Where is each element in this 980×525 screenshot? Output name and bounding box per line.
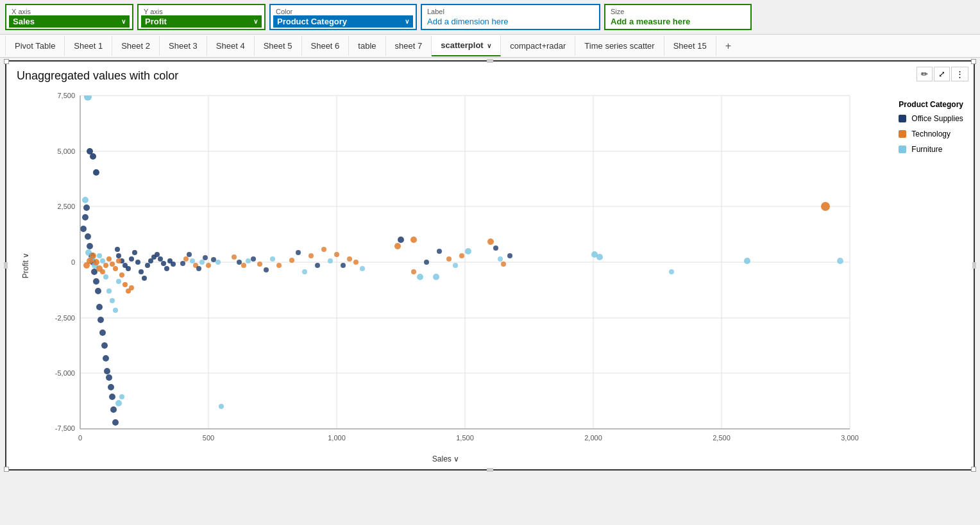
color-chevron-icon: ∨ [405,18,409,25]
edit-button[interactable]: ✏ [917,67,933,81]
tab-sheet2[interactable]: Sheet 2 [112,36,160,56]
svg-point-105 [190,258,195,263]
svg-text:500: 500 [203,434,214,442]
resize-handle-tl[interactable] [4,59,9,64]
svg-point-81 [110,298,115,303]
svg-point-119 [257,262,262,267]
svg-point-65 [161,261,166,266]
svg-point-82 [113,308,118,313]
svg-text:1,500: 1,500 [456,434,474,442]
svg-point-108 [199,260,205,265]
xaxis-chevron-icon: ∨ [121,18,126,25]
tab-pivot-table[interactable]: Pivot Table [5,36,65,56]
svg-point-145 [493,246,498,251]
resize-handle-bottom[interactable] [487,468,493,472]
tab-time-series[interactable]: Time series scatter [575,36,664,56]
add-sheet-button[interactable]: + [716,35,740,57]
tab-sheet1[interactable]: Sheet 1 [65,36,112,56]
tabs-bar: Pivot Table Sheet 1 Sheet 2 Sheet 3 Shee… [0,35,980,58]
tab-compact-radar[interactable]: compact+radar [501,36,575,56]
svg-point-135 [394,243,401,249]
svg-point-33 [87,243,93,249]
svg-text:-7,500: -7,500 [55,424,75,432]
svg-point-46 [108,384,114,390]
y-axis-label[interactable]: Profit ∨ [21,253,30,278]
svg-point-155 [744,258,750,264]
svg-point-42 [101,342,108,349]
tab-sheet4[interactable]: Sheet 4 [207,36,255,56]
tab-sheet3[interactable]: Sheet 3 [160,36,207,56]
yaxis-value[interactable]: Profit ∨ [141,15,262,28]
svg-point-30 [82,214,89,221]
svg-point-63 [155,252,160,257]
svg-text:5,000: 5,000 [57,147,75,155]
resize-handle-top[interactable] [487,59,493,63]
svg-point-114 [232,254,237,260]
legend-label-furniture: Furniture [911,145,942,154]
svg-point-72 [84,93,92,101]
size-value: Add a measure here [611,17,745,26]
svg-point-95 [110,262,115,267]
svg-point-109 [203,255,208,260]
tab-sheet15[interactable]: Sheet 15 [664,36,716,56]
svg-point-47 [109,394,115,400]
svg-point-97 [116,258,121,263]
svg-point-132 [347,256,352,262]
yaxis-field[interactable]: Y axis Profit ∨ [137,4,266,30]
more-options-button[interactable]: ⋮ [951,67,968,81]
svg-point-136 [398,237,404,243]
svg-point-83 [116,279,121,284]
xaxis-field[interactable]: X axis Sales ∨ [5,4,133,30]
svg-point-126 [308,253,314,258]
legend-label-office: Office Supplies [911,114,963,123]
svg-point-147 [501,262,506,267]
svg-text:1,000: 1,000 [328,434,346,442]
tab-sheet7[interactable]: sheet 7 [386,36,432,56]
svg-point-144 [487,238,494,245]
tab-sheet5[interactable]: Sheet 5 [255,36,302,56]
resize-handle-left[interactable] [4,262,8,269]
svg-point-112 [215,260,221,265]
svg-point-84 [119,394,124,399]
svg-point-54 [126,266,131,271]
resize-handle-bl[interactable] [4,467,9,472]
svg-point-125 [302,269,307,274]
svg-point-51 [116,253,121,258]
svg-point-59 [142,276,147,281]
svg-point-66 [164,266,169,271]
tab-scatterplot[interactable]: scatterplot ∨ [432,35,501,56]
size-field[interactable]: Size Add a measure here [604,4,752,30]
legend-item-tech: Technology [899,129,963,138]
tab-table[interactable]: table [349,36,385,56]
legend-dot-tech [899,130,906,138]
label-field[interactable]: Label Add a dimension here [421,4,600,30]
svg-text:-5,000: -5,000 [55,369,75,377]
color-value[interactable]: Product Category ∨ [273,15,413,28]
svg-point-110 [206,263,211,268]
tab-dropdown-icon[interactable]: ∨ [487,42,491,49]
color-field[interactable]: Color Product Category ∨ [269,4,417,30]
yaxis-label: Y axis [144,8,259,15]
svg-point-58 [139,269,144,274]
expand-button[interactable]: ⤢ [934,67,950,81]
resize-handle-br[interactable] [971,467,976,472]
resize-handle-right[interactable] [972,262,976,269]
svg-point-90 [93,259,99,265]
svg-point-41 [99,329,106,336]
svg-text:-2,500: -2,500 [55,314,75,322]
svg-point-80 [106,288,112,294]
svg-text:7,500: 7,500 [57,92,75,99]
tab-sheet6[interactable]: Sheet 6 [302,36,350,56]
legend-dot-furniture [899,146,906,153]
svg-point-104 [187,252,192,257]
svg-point-78 [100,258,105,263]
svg-point-129 [328,258,333,263]
color-label: Color [276,8,410,15]
svg-point-154 [669,269,674,274]
xaxis-value[interactable]: Sales ∨ [9,15,130,28]
yaxis-chevron-icon: ∨ [253,18,258,25]
legend-item-office: Office Supplies [899,114,963,123]
resize-handle-tr[interactable] [971,59,976,64]
svg-point-127 [315,263,320,268]
x-axis-label[interactable]: Sales ∨ [42,454,850,466]
